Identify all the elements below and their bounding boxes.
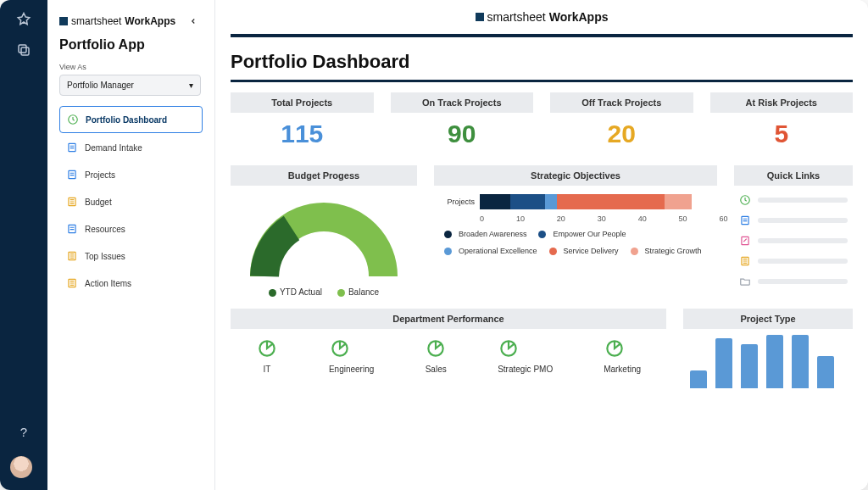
clock-icon [67,114,79,125]
quick-link[interactable] [739,255,848,267]
sidebar-item-action-items[interactable]: Action Items [59,270,203,296]
dept-item[interactable]: Strategic PMO [498,337,553,374]
main: smartsheet WorkApps Portfolio Dashboard … [215,0,868,490]
legend-item: Strategic Growth [631,247,702,255]
pie-icon [425,337,447,359]
stat-label: Total Projects [231,92,374,113]
quick-links-title: Quick Links [734,165,853,186]
stat-label: Off Track Projects [550,92,693,113]
stat-card: Total Projects115 [231,92,374,157]
legend-item: Broaden Awareness [444,230,526,238]
view-as-label: View As [59,63,203,71]
help-icon[interactable]: ? [0,425,47,439]
bar-segment [480,194,510,209]
quick-links-panel: Quick Links [734,165,853,297]
sheet-icon [66,142,78,153]
bar-segment [545,194,557,209]
brand-bold: WorkApps [125,15,175,27]
svg-rect-0 [21,47,29,55]
sidebar-item-demand-intake[interactable]: Demand Intake [59,135,203,160]
brand-main: smartsheet WorkApps [476,10,609,24]
pie-icon [604,337,641,359]
dot-icon [631,248,638,255]
pie-icon [498,337,553,359]
sidebar-item-resources[interactable]: Resources [59,216,203,242]
dept-item[interactable]: IT [256,337,278,374]
project-type-panel: Project Type [683,309,853,388]
budget-gauge [231,186,417,281]
quick-link[interactable] [739,214,848,226]
sidebar-item-label: Portfolio Dashboard [86,115,167,125]
folder-icon [739,276,751,287]
budget-panel: Budget Progess YTD Actual Balance [231,165,417,297]
budget-legend: YTD Actual Balance [231,287,417,297]
sidebar: smartsheet WorkApps Portfolio App View A… [47,0,215,490]
bar-segment [665,194,692,209]
dot-icon [538,231,546,238]
strategic-ylabel: Projects [441,198,475,206]
stat-card: At Risk Projects5 [710,92,854,157]
budget-title: Budget Progess [231,165,417,186]
quick-link-placeholder [758,198,848,203]
quick-link-placeholder [758,218,848,223]
stat-value: 20 [550,113,693,157]
dept-label: Marketing [604,365,641,374]
axis-tick: 10 [516,214,525,223]
sheet-icon [66,223,78,235]
bar [690,370,707,388]
dept-label: Sales [425,365,447,374]
dot-icon [337,289,345,297]
sheet-icon [66,169,78,181]
dept-item[interactable]: Marketing [604,337,641,374]
sidebar-item-portfolio-dashboard[interactable]: Portfolio Dashboard [59,106,203,133]
pie-icon [256,337,278,359]
rail-nav-icon[interactable] [16,12,31,27]
chevron-down-icon: ▾ [189,81,193,90]
brand-sidebar: smartsheet WorkApps [59,15,175,27]
dept-item[interactable]: Sales [425,337,447,374]
quick-link-placeholder [758,238,848,243]
quick-link-placeholder [758,279,848,284]
sidebar-item-projects[interactable]: Projects [59,162,203,187]
avatar[interactable] [10,456,32,478]
axis-tick: 50 [679,214,687,223]
sidebar-item-label: Action Items [85,279,131,288]
dept-panel: Department Performance ITEngineeringSale… [231,309,666,388]
stat-value: 5 [710,113,854,157]
quick-link[interactable] [739,194,848,206]
list-icon [66,277,78,289]
strategic-legend: Broaden AwarenessEmpower Our PeopleOpera… [441,223,710,255]
brand-light: smartsheet [71,15,121,27]
legend-balance: Balance [337,287,379,297]
dept-item[interactable]: Engineering [329,337,374,374]
collapse-sidebar-icon[interactable] [184,12,203,31]
brand-light: smartsheet [487,10,546,24]
rail-copy-icon[interactable] [16,42,31,58]
quick-link[interactable] [739,276,848,287]
stat-value: 90 [391,113,534,157]
strategic-panel: Strategic Objectives Projects 0102030405… [434,165,717,297]
list-icon [66,250,78,262]
content: Portfolio Dashboard Total Projects115On … [215,37,868,388]
quick-link-placeholder [758,259,848,264]
bar [741,344,758,389]
sidebar-item-budget[interactable]: Budget [59,189,203,214]
quick-link[interactable] [739,235,848,247]
legend-item: Empower Our People [538,230,626,238]
sidebar-item-label: Budget [85,198,112,207]
stat-label: On Track Projects [391,92,534,113]
brand-mark-icon [59,17,68,25]
sidebar-item-top-issues[interactable]: Top Issues [59,243,203,269]
lower-row: Department Performance ITEngineeringSale… [231,309,853,388]
axis-tick: 60 [720,214,728,223]
stat-value: 115 [231,113,374,157]
view-as-select[interactable]: Portfolio Manager ▾ [59,75,201,96]
sidebar-item-label: Resources [85,225,125,234]
dot-icon [444,248,452,255]
view-as-value: Portfolio Manager [67,81,134,90]
brand-mark-icon [476,13,484,21]
app-name: Portfolio App [59,37,203,53]
panels-row: Budget Progess YTD Actual Balance Stra [231,165,853,297]
topbar: smartsheet WorkApps [215,0,868,34]
dept-label: Engineering [329,365,374,374]
